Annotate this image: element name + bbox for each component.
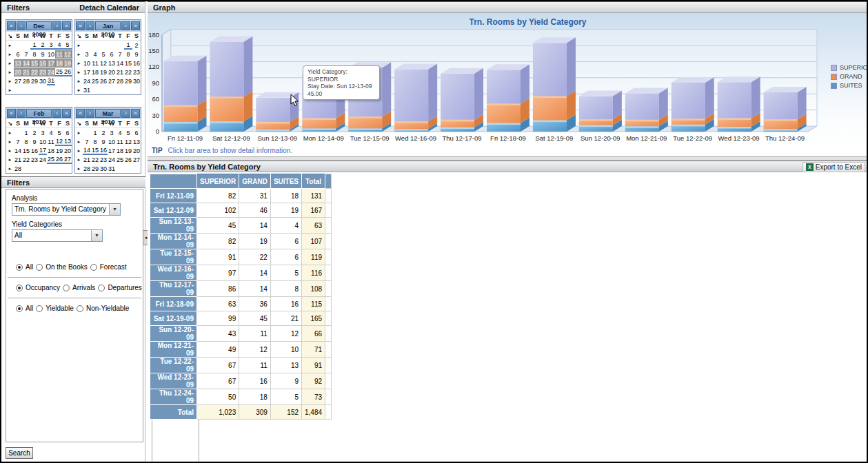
calendar-day-cell[interactable]: 22 xyxy=(22,156,30,164)
week-select-icon[interactable]: ► xyxy=(6,52,14,56)
calendar-day-cell[interactable]: 28 xyxy=(14,165,22,173)
calendar-day-cell[interactable]: 10 xyxy=(83,59,91,68)
calendar-day-cell[interactable]: 1 xyxy=(91,129,99,137)
calendar-day-cell[interactable]: 31 xyxy=(108,165,116,173)
calendar-day-cell[interactable]: 6 xyxy=(14,50,22,59)
week-select-icon[interactable]: ► xyxy=(75,88,83,92)
calendar-day-cell[interactable]: 2 xyxy=(30,129,39,137)
calendar-day-cell[interactable]: 15 xyxy=(91,147,99,155)
calendar-day-cell[interactable]: 2 xyxy=(132,41,141,50)
calendar-day-cell[interactable]: 3 xyxy=(108,129,116,137)
calendar-day-cell[interactable]: 30 xyxy=(132,77,141,85)
bar-segment-SUPERIOR[interactable] xyxy=(718,76,760,118)
calendar-day-cell[interactable]: 21 xyxy=(14,156,22,164)
week-select-icon[interactable]: ► xyxy=(75,61,83,65)
calendar-day-cell[interactable]: 3 xyxy=(39,129,47,137)
detach-calendar-button[interactable]: Detach Calendar xyxy=(79,3,139,12)
radio-button[interactable] xyxy=(16,305,23,312)
week-select-icon[interactable]: ► xyxy=(6,158,14,162)
calendar[interactable]: «‹Jan 2010›»↘SMTWTFS►12►3456789►10111213… xyxy=(74,19,141,95)
calendar-last-icon[interactable]: » xyxy=(62,21,71,30)
calendar-day-cell[interactable]: 14 xyxy=(14,147,22,155)
calendar-day-cell[interactable]: 7 xyxy=(14,138,22,146)
calendar-day-cell[interactable]: 12 xyxy=(55,138,63,146)
calendar-day-cell[interactable]: 27 xyxy=(108,77,116,85)
calendar-day-cell[interactable]: 19 xyxy=(63,59,72,68)
calendar-day-cell[interactable]: 12 xyxy=(124,138,132,146)
calendar-first-icon[interactable]: « xyxy=(76,109,85,118)
calendar-day-cell[interactable]: 30 xyxy=(39,77,47,85)
calendar-day-cell[interactable]: 20 xyxy=(14,68,22,76)
bar-segment-SUPERIOR[interactable] xyxy=(210,37,252,97)
radio-button[interactable] xyxy=(16,285,23,291)
calendar-day-cell[interactable]: 25 xyxy=(55,68,63,76)
calendar-day-cell[interactable]: 19 xyxy=(55,147,63,155)
chevron-down-icon[interactable]: ▼ xyxy=(91,230,102,241)
calendar-day-cell[interactable]: 4 xyxy=(47,129,55,137)
calendar-day-cell[interactable]: 27 xyxy=(63,156,72,164)
week-select-icon[interactable]: ► xyxy=(75,167,83,171)
calendar-day-cell[interactable]: 2 xyxy=(99,129,108,137)
calendar-day-cell[interactable]: 26 xyxy=(99,77,108,85)
calendar-day-cell[interactable]: 4 xyxy=(91,50,99,59)
week-select-icon[interactable]: ► xyxy=(6,43,14,48)
week-select-icon[interactable]: ► xyxy=(6,79,14,83)
calendar-day-cell[interactable]: 20 xyxy=(132,147,141,155)
calendar-day-cell[interactable]: 21 xyxy=(22,68,30,76)
calendar-day-cell[interactable]: 23 xyxy=(30,156,39,164)
calendar-day-cell[interactable]: 31 xyxy=(47,77,55,85)
calendar-day-cell[interactable]: 11 xyxy=(116,138,124,146)
week-select-icon[interactable]: ► xyxy=(6,167,14,171)
calendar-day-cell[interactable]: 7 xyxy=(83,138,91,146)
yield-categories-dropdown[interactable]: All ▼ xyxy=(12,229,103,242)
calendar-day-cell[interactable]: 1 xyxy=(30,41,39,50)
calendar-day-cell[interactable]: 4 xyxy=(116,129,124,137)
calendar-day-cell[interactable]: 14 xyxy=(116,59,124,68)
calendar-day-cell[interactable]: 9 xyxy=(132,50,141,59)
calendar-day-cell[interactable]: 23 xyxy=(132,68,141,76)
calendar-day-cell[interactable]: 5 xyxy=(55,129,63,137)
calendar-day-cell[interactable]: 7 xyxy=(22,50,30,59)
search-button[interactable]: Search xyxy=(6,447,33,459)
calendar-day-cell[interactable]: 16 xyxy=(39,59,47,68)
bar-segment-SUPERIOR[interactable] xyxy=(487,64,529,103)
calendar-day-cell[interactable]: 6 xyxy=(108,50,116,59)
bar-segment-SUPERIOR[interactable] xyxy=(394,64,437,122)
calendar-last-icon[interactable]: » xyxy=(62,109,71,118)
calendar-day-cell[interactable]: 10 xyxy=(108,138,116,146)
calendar-day-cell[interactable]: 1 xyxy=(124,41,132,50)
calendar-day-cell[interactable]: 20 xyxy=(63,147,72,155)
week-select-icon[interactable]: ► xyxy=(75,79,83,83)
radio-button[interactable] xyxy=(77,305,83,312)
calendar-day-cell[interactable]: 18 xyxy=(55,59,63,68)
analysis-dropdown[interactable]: Trn. Rooms by Yield Category ▼ xyxy=(12,203,121,216)
calendar-day-cell[interactable]: 21 xyxy=(116,68,124,76)
calendar-day-cell[interactable]: 13 xyxy=(108,59,116,68)
calendar-day-cell[interactable]: 17 xyxy=(108,147,116,155)
calendar-prev-icon[interactable]: ‹ xyxy=(17,109,26,118)
calendar-day-cell[interactable]: 9 xyxy=(99,138,108,146)
calendar-day-cell[interactable]: 23 xyxy=(39,68,47,76)
calendar-first-icon[interactable]: « xyxy=(76,21,85,30)
calendar-day-cell[interactable]: 13 xyxy=(63,138,72,146)
radio-button[interactable] xyxy=(36,305,43,312)
calendar-day-cell[interactable]: 24 xyxy=(108,156,116,164)
calendar-day-cell[interactable]: 29 xyxy=(124,77,132,85)
calendar-day-cell[interactable]: 22 xyxy=(91,156,99,164)
calendar-next-icon[interactable]: › xyxy=(52,109,61,118)
calendar-day-cell[interactable]: 26 xyxy=(63,68,72,76)
calendar[interactable]: «‹Dec 2009›»↘SMTWTFS►12345►6789101112►13… xyxy=(6,19,72,95)
bar-segment-SUPERIOR[interactable] xyxy=(164,56,207,105)
calendar-day-cell[interactable]: 28 xyxy=(22,77,30,85)
calendar[interactable]: «‹Mar 2010›»↘SMTWTFS►123456►78910111213►… xyxy=(74,107,141,174)
calendar-day-cell[interactable]: 5 xyxy=(124,129,132,137)
calendar-day-cell[interactable]: 13 xyxy=(132,138,141,146)
calendar-day-cell[interactable]: 5 xyxy=(63,41,72,50)
bar-segment-SUPERIOR[interactable] xyxy=(764,87,807,119)
select-all-icon[interactable]: ↘ xyxy=(75,33,83,39)
calendar-day-cell[interactable]: 18 xyxy=(47,147,55,155)
calendar-day-cell[interactable]: 4 xyxy=(55,41,63,50)
bar-segment-SUPERIOR[interactable] xyxy=(441,68,483,120)
calendar-day-cell[interactable]: 24 xyxy=(39,156,47,164)
calendar-day-cell[interactable]: 10 xyxy=(47,50,55,59)
